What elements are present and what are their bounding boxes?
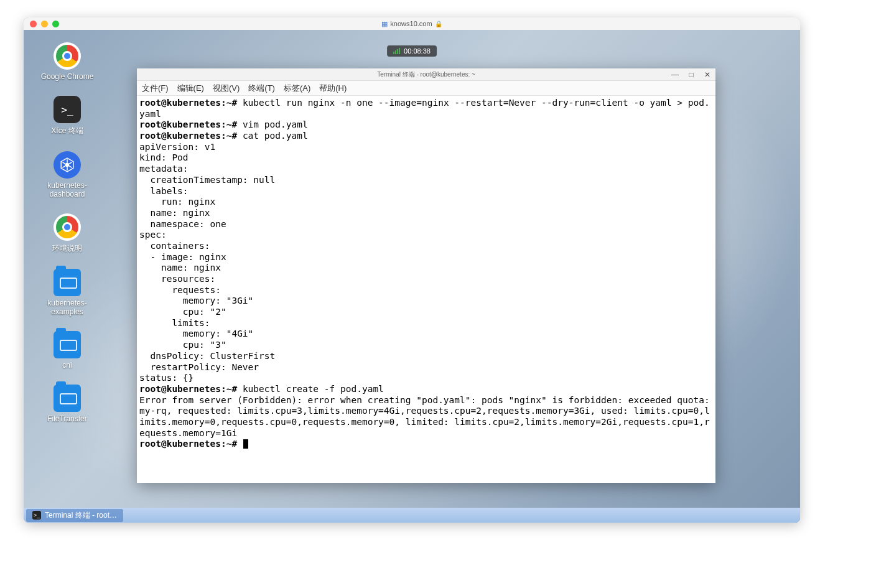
terminal-line: cpu: "3"	[139, 340, 713, 351]
terminal-icon: >_	[32, 511, 41, 520]
terminal-line: memory: "3Gi"	[139, 296, 713, 307]
lock-icon: 🔒	[435, 21, 442, 27]
window-maximize-button[interactable]: □	[687, 70, 696, 79]
terminal-line: run: nginx	[139, 197, 713, 208]
signal-icon	[393, 48, 400, 54]
terminal-line: limits:	[139, 318, 713, 329]
terminal-body[interactable]: root@kubernetes:~# kubectl run nginx -n …	[137, 96, 715, 483]
terminal-line: root@kubernetes:~#	[139, 439, 713, 450]
svg-line-4	[62, 162, 65, 164]
terminal-line: dnsPolicy: ClusterFirst	[139, 351, 713, 362]
desktop-icon-xfce-terminal[interactable]: Xfce 终端	[36, 96, 98, 136]
taskbar: >_ Terminal 终端 - root…	[24, 508, 800, 523]
desktop-icon-filetransfer[interactable]: FileTransfer	[36, 385, 98, 423]
terminal-line: apiVersion: v1	[139, 142, 713, 153]
terminal-line: name: nginx	[139, 208, 713, 219]
terminal-line: cpu: "2"	[139, 307, 713, 318]
terminal-line: kind: Pod	[139, 152, 713, 164]
terminal-line: labels:	[139, 186, 713, 197]
desktop-icon-label: cni	[36, 361, 98, 370]
terminal-line: restartPolicy: Never	[139, 362, 713, 373]
terminal-line: resources:	[139, 274, 713, 285]
desktop-icon-label: Google Chrome	[36, 72, 98, 81]
folder-icon	[54, 385, 81, 412]
terminal-line: root@kubernetes:~# kubectl run nginx -n …	[139, 98, 713, 119]
desktop-icon-label: FileTransfer	[36, 414, 98, 423]
svg-line-7	[62, 166, 65, 167]
folder-icon	[54, 269, 81, 296]
terminal-line: requests:	[139, 285, 713, 296]
mac-url: knows10.com	[390, 20, 432, 27]
terminal-window[interactable]: Terminal 终端 - root@kubernetes: ~ — □ ✕ 文…	[137, 68, 715, 483]
desktop-icon-cni[interactable]: cni	[36, 331, 98, 370]
mac-titlebar: ▦ knows10.com 🔒	[24, 17, 800, 30]
menu-view[interactable]: 视图(V)	[213, 83, 240, 94]
menu-edit[interactable]: 编辑(E)	[177, 83, 204, 94]
session-timer: 00:08:38	[387, 45, 437, 57]
terminal-line: root@kubernetes:~# kubectl create -f pod…	[139, 384, 713, 395]
desktop-icon-k8s-dashboard[interactable]: kubernetes-dashboard	[36, 151, 98, 198]
terminal-line: root@kubernetes:~# cat pod.yaml	[139, 131, 713, 142]
menu-file[interactable]: 文件(F)	[142, 83, 169, 94]
timer-value: 00:08:38	[404, 47, 431, 55]
terminal-line: namespace: one	[139, 219, 713, 230]
desktop-icon-k8s-examples[interactable]: kubernetes-examples	[36, 269, 98, 316]
terminal-cursor	[243, 439, 248, 449]
taskbar-item-terminal[interactable]: >_ Terminal 终端 - root…	[26, 509, 123, 522]
terminal-line: creationTimestamp: null	[139, 175, 713, 186]
menu-terminal[interactable]: 终端(T)	[248, 83, 275, 94]
terminal-line: metadata:	[139, 164, 713, 175]
terminal-line: spec:	[139, 230, 713, 241]
taskbar-item-label: Terminal 终端 - root…	[45, 510, 117, 521]
desktop-icon-label: Xfce 终端	[36, 126, 98, 136]
terminal-menubar: 文件(F) 编辑(E) 视图(V) 终端(T) 标签(A) 帮助(H)	[137, 81, 715, 96]
desktop-icon-chrome[interactable]: Google Chrome	[36, 42, 98, 81]
terminal-line: status: {}	[139, 373, 713, 384]
svg-point-1	[66, 164, 69, 167]
terminal-line: - image: nginx	[139, 252, 713, 263]
terminal-line: Error from server (Forbidden): error whe…	[139, 395, 713, 439]
site-icon: ▦	[381, 20, 388, 28]
menu-help[interactable]: 帮助(H)	[319, 83, 347, 94]
terminal-line: memory: "4Gi"	[139, 329, 713, 340]
desktop-icon-label: kubernetes-dashboard	[36, 181, 98, 198]
terminal-line: containers:	[139, 241, 713, 252]
terminal-line: name: nginx	[139, 263, 713, 274]
desktop-icons: Google Chrome Xfce 终端 kubernetes-dashboa…	[36, 42, 98, 423]
kubernetes-icon	[54, 151, 81, 179]
terminal-titlebar[interactable]: Terminal 终端 - root@kubernetes: ~ — □ ✕	[137, 68, 715, 81]
mac-address: ▦ knows10.com 🔒	[24, 20, 800, 28]
window-minimize-button[interactable]: —	[671, 70, 679, 79]
terminal-icon	[54, 96, 81, 123]
window-close-button[interactable]: ✕	[703, 70, 712, 79]
menu-tabs[interactable]: 标签(A)	[284, 83, 310, 94]
desktop-icon-env[interactable]: 环境说明	[36, 213, 98, 254]
terminal-title: Terminal 终端 - root@kubernetes: ~	[377, 70, 475, 79]
desktop-icon-label: 环境说明	[36, 243, 98, 254]
desktop-icon-label: kubernetes-examples	[36, 299, 98, 316]
terminal-line: root@kubernetes:~# vim pod.yaml	[139, 119, 713, 131]
mac-window-frame: ▦ knows10.com 🔒 00:08:38 Google Chrome X…	[24, 17, 800, 523]
chrome-icon	[54, 213, 81, 241]
svg-line-6	[68, 162, 72, 164]
remote-desktop[interactable]: 00:08:38 Google Chrome Xfce 终端	[24, 30, 800, 523]
folder-icon	[54, 331, 81, 358]
svg-line-5	[68, 166, 72, 167]
chrome-icon	[54, 42, 81, 70]
